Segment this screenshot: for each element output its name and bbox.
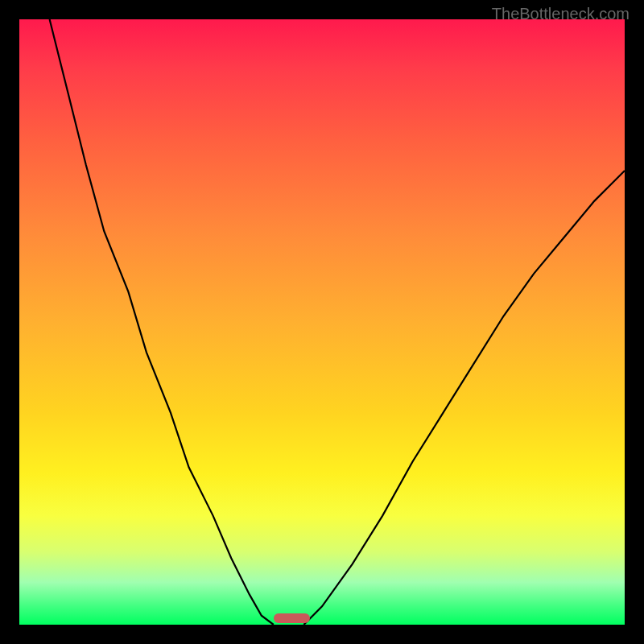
watermark: TheBottleneck.com — [492, 5, 630, 23]
plot-area — [19, 19, 625, 625]
bottleneck-curve — [19, 19, 625, 625]
minimum-marker — [274, 613, 310, 623]
